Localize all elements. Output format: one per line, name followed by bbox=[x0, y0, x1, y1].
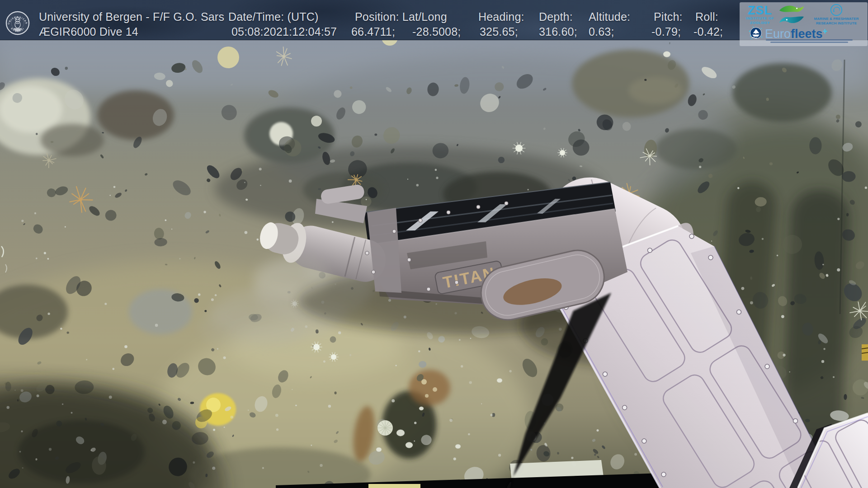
longitude-value: -28.5008; bbox=[412, 26, 461, 38]
eurofleets-word-bold: fleets bbox=[791, 27, 823, 41]
position-label: Position: Lat/Long bbox=[355, 11, 447, 23]
heading-label: Heading: bbox=[478, 11, 524, 23]
plumose-anemone bbox=[377, 420, 393, 436]
shell bbox=[455, 444, 461, 449]
datetime-label: Date/Time: (UTC) bbox=[228, 11, 319, 23]
roll-value: -0.42; bbox=[693, 26, 723, 38]
dust-wisp bbox=[253, 256, 330, 297]
eurofleets-tagline bbox=[766, 39, 853, 44]
shell bbox=[419, 407, 424, 410]
shell bbox=[396, 430, 405, 436]
zsl-acronym: ZSL bbox=[743, 5, 777, 16]
zsl-sub-line2: ZOOLOGY bbox=[743, 21, 777, 25]
dive-title: ÆGIR6000 Dive 14 bbox=[39, 26, 138, 38]
mfri-line1: MARINE & FRESHWATER bbox=[807, 17, 866, 21]
mfri-fish-icon bbox=[778, 3, 806, 27]
zsl-logo: ZSL INSTITUTE OF ZOOLOGY bbox=[743, 5, 777, 25]
shell bbox=[497, 378, 502, 383]
eurofleets-ship-icon bbox=[749, 26, 763, 40]
yellow-fragment bbox=[862, 344, 868, 361]
shell bbox=[376, 447, 382, 452]
depth-label: Depth: bbox=[539, 11, 573, 23]
zsl-sub-line1: INSTITUTE OF bbox=[743, 16, 777, 21]
altitude-label: Altitude: bbox=[589, 11, 630, 23]
eurofleets-word-light: Euro bbox=[765, 27, 791, 41]
heading-value: 325.65; bbox=[480, 26, 518, 38]
partner-logo-panel: ZSL INSTITUTE OF ZOOLOGY MARIN bbox=[740, 2, 868, 46]
eurofleets-plus: + bbox=[823, 26, 828, 36]
altitude-value: 0.63; bbox=[589, 26, 614, 38]
eurofleets-wordmark: Eurofleets+ bbox=[765, 25, 828, 40]
seafloor-scene: TITAN bbox=[0, 0, 868, 488]
eurofleets-tagline-line bbox=[770, 42, 848, 43]
shell bbox=[663, 52, 670, 57]
datetime-value: 05:08:2021:12:04:57 bbox=[231, 26, 337, 38]
rov-video-frame: TITAN bbox=[0, 0, 868, 488]
roll-label: Roll: bbox=[695, 11, 718, 23]
vessel-title: University of Bergen - F/F G.O. Sars bbox=[39, 11, 224, 23]
pitch-label: Pitch: bbox=[654, 11, 683, 23]
round-sponge bbox=[217, 47, 239, 68]
depth-value: 316.60; bbox=[539, 26, 577, 38]
latitude-value: 66.4711; bbox=[351, 26, 395, 38]
shell bbox=[406, 442, 413, 448]
eurofleets-tagline-line bbox=[766, 39, 853, 41]
pitch-value: -0.79; bbox=[651, 26, 681, 38]
mfri-swirl-icon bbox=[830, 3, 843, 17]
mfri-logo: MARINE & FRESHWATER RESEARCH INSTITUTE bbox=[807, 3, 866, 25]
uib-seal-logo: UNIVERSITAS BERGENSIS bbox=[5, 10, 31, 36]
telemetry-overlay-bar: UNIVERSITAS BERGENSIS University of Berg… bbox=[0, 0, 868, 40]
